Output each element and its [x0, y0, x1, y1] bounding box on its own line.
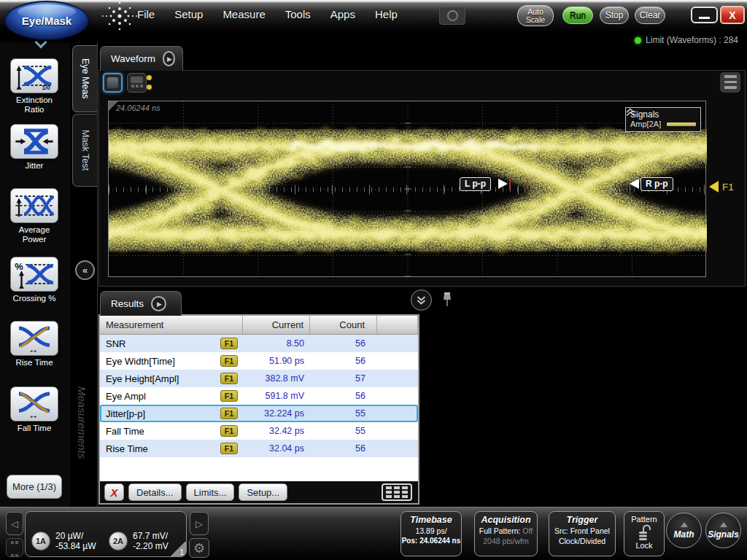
waveform-tab[interactable]: Waveform ▶ — [100, 46, 183, 71]
minimize-button[interactable] — [691, 7, 718, 23]
tool-fall-time[interactable]: ↔ Fall Time — [10, 386, 58, 433]
channel-settings-gear-icon[interactable]: ⚙ — [189, 538, 209, 558]
split-view-button[interactable] — [127, 73, 147, 93]
tool-jitter[interactable]: Jitter — [10, 124, 58, 171]
eye-diagram-plot — [109, 101, 707, 278]
crossing-percent-icon: % — [10, 257, 58, 292]
timebase-panel[interactable]: Timebase 13.89 ps/ Pos: 24.06244 ns — [400, 511, 462, 556]
details-button[interactable]: Details... — [128, 483, 182, 501]
view-options-ellipsis-icon[interactable] — [147, 75, 152, 94]
menu-file[interactable]: File — [137, 8, 155, 20]
tool-average-power[interactable]: Average Power — [10, 188, 58, 244]
left-pp-marker[interactable]: L p-p — [460, 177, 491, 191]
auto-scale-button[interactable]: Auto Scale — [517, 5, 554, 26]
divider — [97, 42, 98, 508]
svg-text:↔: ↔ — [28, 409, 39, 419]
channel-scroll-right-button[interactable]: ▷ — [190, 512, 209, 535]
setup-button[interactable]: Setup... — [239, 483, 287, 501]
table-row-fall-time[interactable]: Fall TimeF1 32.42 ps55 — [100, 422, 418, 440]
svg-text:%: % — [15, 261, 23, 272]
tab-mask-test[interactable]: Mask Test — [72, 114, 97, 187]
channel-grid-icon[interactable] — [6, 538, 23, 557]
rise-time-icon: ↔ — [10, 321, 58, 356]
limit-status-text: Limit (Waveforms) : 284 — [646, 35, 738, 45]
menu-help[interactable]: Help — [375, 8, 398, 20]
menu-setup[interactable]: Setup — [174, 8, 203, 20]
tool-rise-time[interactable]: ↔ Rise Time — [10, 321, 58, 368]
more-tools-button[interactable]: More (1/3) — [7, 475, 62, 499]
agilent-spark-icon — [101, 0, 139, 32]
waveform-tab-play-icon[interactable]: ▶ — [163, 51, 175, 66]
right-pp-arrow-icon — [630, 179, 639, 189]
measurements-strip-label: Measurements — [76, 386, 88, 461]
extinction-ratio-icon: 1/0 — [10, 58, 58, 93]
menu-measure[interactable]: Measure — [222, 8, 265, 20]
pin-icon[interactable] — [441, 291, 454, 308]
clear-button[interactable]: Clear — [635, 7, 665, 24]
stop-button[interactable]: Stop — [600, 7, 629, 24]
results-footer: X Details... Limits... Setup... — [100, 481, 418, 503]
channel-1a-scale: 20 µW/ — [55, 531, 96, 541]
results-tab[interactable]: Results ▶ — [100, 291, 182, 316]
single-view-button[interactable] — [103, 73, 123, 93]
results-panel: Measurement Current Count SNRF1 8.5056 E… — [98, 314, 419, 505]
channel-2a-badge[interactable]: 2A — [109, 532, 128, 551]
eye-diagram-display[interactable]: 24.06244 ns Signals Amp[2A] L p-p R p-p — [108, 101, 706, 277]
average-power-icon — [10, 188, 58, 223]
table-row-eye-height[interactable]: Eye Height[Ampl]F1 382.8 mV57 — [100, 370, 418, 387]
fall-time-icon: ↔ — [10, 386, 58, 421]
table-row-jitter-selected[interactable]: Jitter[p-p]F1 32.224 ps55 — [100, 405, 418, 422]
tool-extinction-ratio[interactable]: 1/0 Extinction Ratio — [10, 58, 58, 114]
channel-2a-scale: 67.7 mV/ — [133, 531, 169, 541]
left-pp-tick — [509, 179, 511, 190]
left-pp-arrow-icon — [498, 179, 508, 189]
menu-bar: File Setup Measure Tools Apps Help — [137, 8, 398, 20]
channel-1a-offset: -53.84 µW — [55, 541, 96, 551]
up-arrow-icon — [720, 522, 727, 527]
svg-text:1/0: 1/0 — [42, 85, 51, 90]
limit-status: Limit (Waveforms) : 284 — [635, 35, 738, 45]
close-button[interactable]: X — [720, 6, 745, 24]
right-pp-marker[interactable]: R p-p — [640, 177, 673, 191]
f1-marker-arrow-icon — [709, 181, 719, 192]
results-tab-play-icon[interactable]: ▶ — [151, 296, 166, 311]
application-window: File Setup Measure Tools Apps Help Auto … — [0, 0, 747, 560]
delete-measurement-button[interactable]: X — [104, 483, 124, 501]
pattern-lock-panel[interactable]: Pattern Lock — [624, 511, 665, 556]
menu-tools[interactable]: Tools — [285, 8, 311, 20]
acquisition-panel[interactable]: Acquisition Full Pattern: Off 2048 pts/w… — [474, 511, 538, 556]
channel-info-panel[interactable]: 1A 20 µW/ -53.84 µW 2A 67.7 mV/ -2.20 mV… — [25, 511, 187, 557]
signals-button[interactable]: Signals — [705, 513, 741, 548]
panel-menu-icon[interactable] — [720, 72, 740, 93]
sidebar-collapse-button[interactable]: « — [75, 260, 95, 280]
title-bar: File Setup Measure Tools Apps Help Auto … — [0, 0, 747, 32]
channel-1a-badge[interactable]: 1A — [31, 532, 50, 551]
table-row-eye-width[interactable]: Eye Width[Time]F1 51.90 ps56 — [100, 352, 418, 370]
screenshot-camera-icon[interactable] — [439, 7, 465, 25]
table-row-rise-time[interactable]: Rise TimeF1 32.04 ps56 — [100, 440, 418, 457]
results-collapse-button[interactable] — [411, 289, 432, 311]
tool-crossing-percent[interactable]: % Crossing % — [10, 257, 58, 303]
table-view-button[interactable] — [382, 483, 412, 501]
table-row-eye-ampl[interactable]: Eye AmplF1 591.8 mV56 — [100, 387, 418, 405]
math-button[interactable]: Math — [666, 513, 702, 548]
app-mode-logo[interactable]: Eye/Mask — [4, 1, 89, 40]
table-row-snr[interactable]: SNRF1 8.5056 — [100, 335, 418, 352]
limits-button[interactable]: Limits... — [186, 483, 235, 501]
source-badge: F1 — [220, 373, 238, 384]
timebase-annotation: 24.06244 ns — [116, 104, 160, 112]
source-badge: F1 — [220, 408, 238, 419]
tab-eye-meas[interactable]: Eye Meas — [72, 45, 97, 112]
f1-source-marker[interactable]: F1 — [709, 181, 734, 192]
up-arrow-icon — [681, 522, 688, 527]
run-button[interactable]: Run — [562, 7, 593, 24]
menu-apps[interactable]: Apps — [330, 8, 355, 20]
source-badge: F1 — [220, 355, 238, 367]
legend-collapse-icon[interactable] — [626, 108, 635, 117]
signals-legend[interactable]: Signals Amp[2A] — [625, 107, 701, 132]
status-bar: ◁ 1A 20 µW/ -53.84 µW 2A 67.7 mV/ -2.20 … — [0, 507, 747, 560]
channel-page-indicator[interactable]: 1 — [170, 542, 186, 556]
jitter-icon — [10, 124, 58, 159]
channel-scroll-left-button[interactable]: ◁ — [6, 512, 23, 535]
trigger-panel[interactable]: Trigger Src: Front Panel Clock/Divided — [549, 511, 616, 556]
